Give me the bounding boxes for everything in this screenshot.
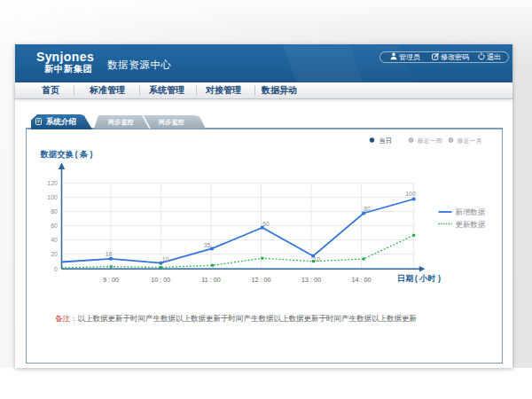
svg-text:35: 35 [204,242,211,248]
svg-text:10: 10 [162,256,169,262]
svg-text:40: 40 [51,237,58,243]
svg-text:12 : 00: 12 : 00 [252,276,271,284]
svg-text:18: 18 [106,251,113,257]
svg-text:60: 60 [51,223,58,229]
svg-text:当日: 当日 [379,137,392,145]
svg-text:100: 100 [47,194,58,200]
svg-text:最近一周: 最近一周 [418,137,442,144]
svg-text:10 : 00: 10 : 00 [151,276,170,284]
svg-text:13 : 00: 13 : 00 [301,276,321,284]
svg-text:最近一月: 最近一月 [458,137,482,145]
svg-text:9 : 00: 9 : 00 [103,276,119,284]
svg-text:0: 0 [54,266,58,272]
svg-text:14 : 00: 14 : 00 [352,276,372,284]
svg-text:80: 80 [364,206,371,212]
svg-text:80: 80 [51,208,58,215]
svg-text:60: 60 [262,221,270,227]
svg-text:备注：以上数据更新于时间产生数据以上数据更新于时间产生数据以: 备注：以上数据更新于时间产生数据以上数据更新于时间产生数据以上数据更新于时间产生… [55,314,417,323]
svg-text:数据交换(条): 数据交换(条) [40,150,94,159]
svg-text:11 : 00: 11 : 00 [201,276,220,284]
svg-text:100: 100 [405,191,416,197]
svg-text:10: 10 [314,256,321,262]
svg-text:新增数据: 新增数据 [456,207,486,216]
svg-text:更新数据: 更新数据 [456,220,486,229]
svg-text:日期(小时): 日期(小时) [397,274,441,283]
svg-text:20: 20 [51,251,58,257]
svg-text:120: 120 [47,180,58,186]
